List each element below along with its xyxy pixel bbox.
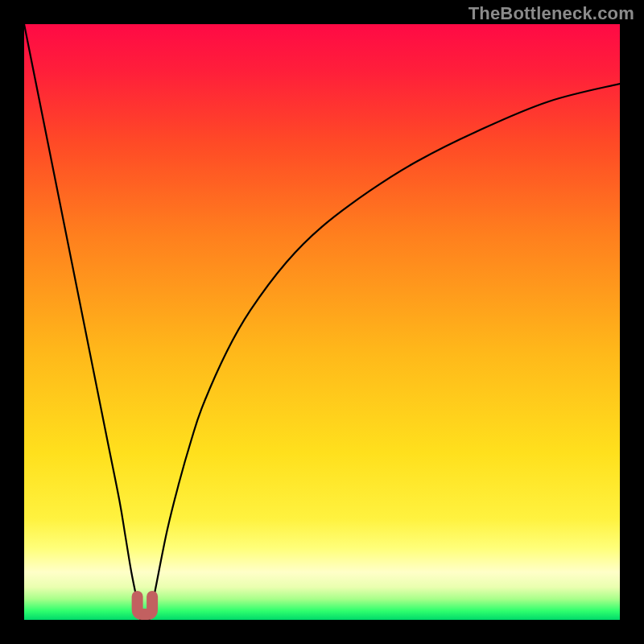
bottleneck-chart [24,24,620,620]
chart-background [24,24,620,620]
app-frame: TheBottleneck.com [0,0,644,644]
watermark-label: TheBottleneck.com [469,3,634,24]
